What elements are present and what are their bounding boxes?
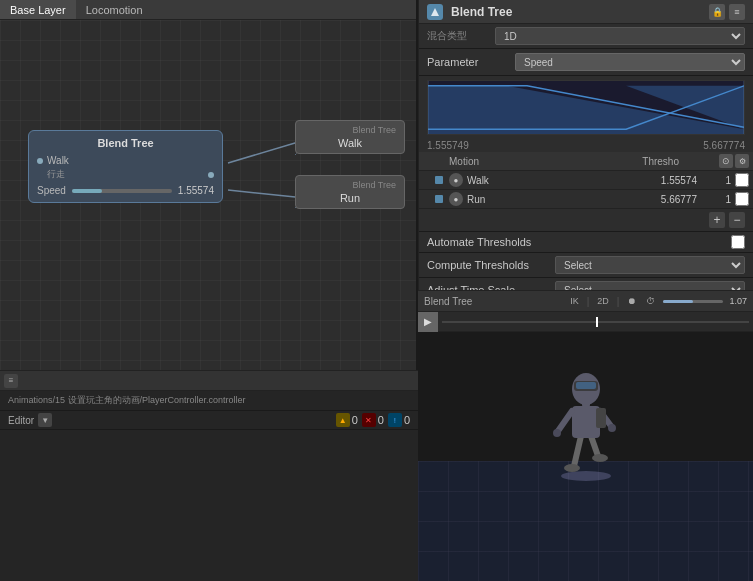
walk-zh-row: 行走 [37,168,214,181]
rp-header-left: Blend Tree [427,4,512,20]
run-num: 1 [701,194,731,205]
error-count: 0 [378,414,384,426]
character-silhouette [536,351,636,481]
rp-title: Blend Tree [451,5,512,19]
info-icon: ! [388,413,402,427]
walk-sub-node[interactable]: Blend Tree Walk [295,120,405,154]
editor-label: Editor [8,415,34,426]
run-motion-icon [435,195,443,203]
run-threshold[interactable]: 5.66777 [637,194,697,205]
automate-label: Automate Thresholds [427,236,723,248]
walk-motion-name: Walk [467,175,633,186]
walk-motion-icon [435,176,443,184]
compute-label: Compute Thresholds [427,259,547,271]
pb-speed-value: 1.07 [729,296,747,306]
speed-slider[interactable] [72,189,172,193]
walk-param-row: Walk [37,155,214,166]
svg-rect-24 [596,408,606,428]
parameter-label: Parameter [427,56,507,68]
svg-rect-15 [572,406,600,438]
pb-sep2: | [617,296,620,307]
remove-motion-button[interactable]: − [729,212,745,228]
motion-header-icons: ⊙ ⚙ [709,154,749,168]
menu-button[interactable]: ≡ [729,4,745,20]
run-motion-row[interactable]: ● Run 5.66777 1 [419,190,753,209]
walk-conn-label: Blend Tree [304,125,396,135]
compute-select[interactable]: Select Speed Velocity X Velocity Y [555,256,745,274]
walk-motion-dot[interactable]: ● [449,173,463,187]
walk-threshold[interactable]: 1.55574 [637,175,697,186]
character-svg [536,351,636,481]
record-icon[interactable]: ⏺ [625,296,638,306]
walk-num: 1 [701,175,731,186]
walk-out-dot [208,172,214,178]
error-icon: ✕ [362,413,376,427]
compute-row: Compute Thresholds Select Speed Velocity… [419,253,753,278]
bottom-panel: ≡ Animations/15 设置玩主角的动画/PlayerControlle… [0,370,418,581]
motion-table-header: Motion Thresho ⊙ ⚙ [419,152,753,171]
walk-label: Walk [47,155,69,166]
threshold-col-header: Thresho [619,156,679,167]
svg-line-12 [591,436,598,456]
clock-icon[interactable]: ⏱ [644,296,657,306]
expand-icon[interactable]: ≡ [4,374,18,388]
bottom-toolbar: Editor ▼ ▲ 0 ✕ 0 ! 0 [0,411,418,430]
svg-line-11 [574,436,581,466]
playback-title: Blend Tree [424,296,472,307]
pb-sep1: | [587,296,590,307]
range-max: 5.667774 [703,140,745,151]
rp-header-right: 🔒 ≡ [709,4,745,20]
mix-type-select[interactable]: 1D 2D Simple Directional 2D Freeform Dir… [495,27,745,45]
run-motion-dot[interactable]: ● [449,192,463,206]
animator-panel: Blend Tree Walk 行走 Speed 1.555 [0,0,416,370]
status-icons: ▲ 0 ✕ 0 ! 0 [336,413,410,427]
run-check[interactable] [735,192,749,206]
right-panel: Blend Tree 🔒 ≡ 混合类型 1D 2D Simple Directi… [418,0,753,310]
normalize-icon[interactable]: ⊙ [719,154,733,168]
add-motion-button[interactable]: + [709,212,725,228]
run-conn-label: Blend Tree [304,180,396,190]
tab-locomotion[interactable]: Locomotion [76,0,153,19]
editor-dropdown[interactable]: ▼ [38,413,52,427]
walk-check[interactable] [735,173,749,187]
walk-motion-row[interactable]: ● Walk 1.55574 1 [419,171,753,190]
automate-checkbox[interactable] [731,235,745,249]
mix-type-label: 混合类型 [427,29,487,43]
warning-count: 0 [352,414,358,426]
parameter-row: Parameter Speed [419,49,753,76]
editor-section: Editor ▼ [8,413,52,427]
pb-speed-slider[interactable] [663,300,723,303]
info-badge: ! 0 [388,413,410,427]
mix-type-row: 混合类型 1D 2D Simple Directional 2D Freefor… [419,24,753,49]
tab-locomotion-label: Locomotion [86,4,143,16]
timeline-line[interactable] [442,321,749,323]
blend-tree-icon [427,4,443,20]
warning-icon: ▲ [336,413,350,427]
tab-base-layer[interactable]: Base Layer [0,0,76,19]
blend-tree-main-node[interactable]: Blend Tree Walk 行走 Speed 1.555 [28,130,223,203]
twod-button[interactable]: 2D [595,296,611,306]
svg-point-19 [608,424,616,432]
add-remove-row: + − [419,209,753,232]
error-badge: ✕ 0 [362,413,384,427]
file-path: Animations/15 设置玩主角的动画/PlayerController.… [0,391,418,411]
speed-row: Speed 1.55574 [37,185,214,196]
lock-button[interactable]: 🔒 [709,4,725,20]
ik-button[interactable]: IK [568,296,581,306]
svg-point-10 [561,471,611,481]
parameter-select[interactable]: Speed [515,53,745,71]
tab-base-layer-label: Base Layer [10,4,66,16]
graph-area[interactable]: Blend Tree Walk 行走 Speed 1.555 [0,20,416,370]
svg-point-14 [592,454,608,462]
settings-icon[interactable]: ⚙ [735,154,749,168]
walk-dot [37,158,43,164]
info-count: 0 [404,414,410,426]
range-min: 1.555749 [427,140,469,151]
speed-label: Speed [37,185,66,196]
preview-panel [418,332,753,581]
svg-marker-4 [431,8,439,16]
run-sub-node[interactable]: Blend Tree Run [295,175,405,209]
speed-value: 1.55574 [178,185,214,196]
play-button[interactable]: ▶ [418,312,438,332]
timeline-cursor[interactable] [596,317,598,327]
